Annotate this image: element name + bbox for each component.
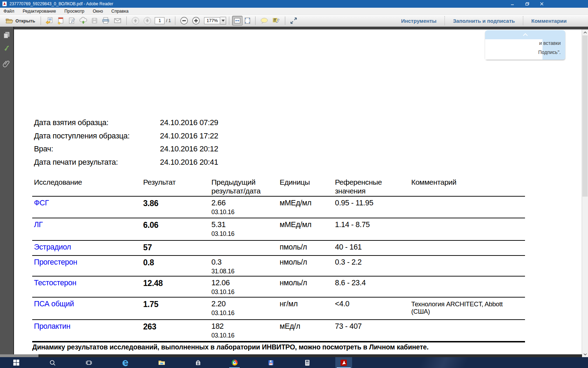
previous-result: 5.3103.10.16	[210, 218, 278, 240]
reference-range: 0.3 - 2.2	[333, 256, 410, 276]
previous-page-button[interactable]	[130, 16, 141, 25]
minimize-button[interactable]	[505, 0, 520, 8]
calculator-button[interactable]	[299, 357, 316, 368]
print-button[interactable]	[100, 16, 112, 25]
result-value: 12.48	[141, 277, 210, 297]
toolbar-separator	[229, 16, 229, 25]
test-name-link[interactable]: Тестостерон	[32, 277, 141, 297]
share-document-button[interactable]	[44, 16, 55, 25]
previous-value: 5.31	[211, 220, 276, 229]
dropdown-arrow-icon	[222, 20, 225, 22]
menu-item-4[interactable]: Справка	[107, 8, 133, 14]
create-pdf-button[interactable]	[55, 16, 66, 25]
table-header-cell: Комментарий	[410, 177, 525, 195]
next-page-button[interactable]	[141, 16, 153, 25]
meta-value: 24.10.2016 20:41	[160, 158, 218, 167]
test-name-link[interactable]: Эстрадиол	[32, 241, 141, 255]
previous-value: 2.20	[211, 300, 276, 308]
meta-value: 24.10.2016 17:22	[160, 131, 218, 141]
units-value: нмоль/л	[278, 277, 333, 297]
tooltip-collapse-button[interactable]	[485, 30, 565, 39]
store-button[interactable]	[190, 357, 206, 368]
highlight-text-icon	[272, 17, 280, 24]
chrome-button[interactable]	[226, 357, 243, 368]
fill-sign-button[interactable]	[66, 16, 77, 25]
toolbar-right-button-1[interactable]: Заполнить и подписать	[444, 16, 523, 25]
taskbar-search-button[interactable]	[44, 357, 61, 368]
reference-range: 0.95 - 11.95	[333, 197, 410, 218]
comment-value	[410, 197, 525, 218]
start-button[interactable]	[8, 357, 24, 368]
toolbar-right-button-0[interactable]: Инструменты	[393, 16, 444, 25]
previous-result: 12.0603.10.16	[210, 277, 278, 297]
test-name-link[interactable]: Прогестерон	[32, 256, 141, 276]
pdf-file-icon	[2, 1, 7, 6]
fill-sign-icon	[68, 17, 76, 25]
open-button[interactable]: Открыть	[3, 16, 38, 25]
maximize-button[interactable]	[520, 0, 534, 8]
comment-value	[410, 218, 525, 240]
floppy-app-button[interactable]	[262, 357, 279, 368]
menu-item-0[interactable]: Файл	[0, 8, 19, 14]
result-value: 0.8	[141, 256, 210, 276]
comment-value	[410, 277, 525, 297]
email-button[interactable]	[112, 16, 124, 25]
task-view-button[interactable]	[80, 357, 97, 368]
file-explorer-button[interactable]	[153, 357, 170, 368]
result-value: 3.86	[141, 197, 210, 218]
previous-date: 03.10.16	[211, 209, 276, 216]
signature-tooltip-popup: и вставки Подпись".	[485, 30, 565, 60]
export-arrow-icon[interactable]	[2, 45, 11, 53]
page-number-input[interactable]: 1	[155, 17, 164, 24]
fit-width-button[interactable]	[232, 16, 243, 26]
comment-button[interactable]	[258, 16, 270, 25]
previous-date: 03.10.16	[211, 309, 276, 317]
fullscreen-button[interactable]	[288, 16, 299, 25]
meta-row: Врач:24.10.2016 20:12	[34, 144, 218, 158]
toolbar-right-button-2[interactable]: Комментарии	[523, 16, 575, 25]
scroll-up-button[interactable]	[582, 29, 588, 35]
highlight-text-button[interactable]	[270, 16, 282, 25]
attachments-paperclip-icon[interactable]	[2, 60, 11, 68]
test-name-link[interactable]: ЛГ	[32, 218, 141, 240]
fit-page-button[interactable]	[243, 16, 252, 25]
menu-item-2[interactable]: Просмотр	[60, 8, 89, 14]
adobe-reader-taskbar-button[interactable]	[335, 357, 352, 368]
zoom-in-button[interactable]	[190, 16, 202, 25]
menu-item-1[interactable]: Редактирование	[19, 8, 60, 14]
zoom-level-input[interactable]: 177%	[204, 17, 220, 24]
vertical-scrollbar[interactable]	[582, 29, 588, 357]
previous-value: 2.66	[211, 199, 276, 207]
page-thumbnails-icon[interactable]	[2, 31, 11, 39]
result-value: 57	[141, 241, 210, 255]
table-row: Эстрадиол57пмоль/л40 - 161	[32, 241, 525, 256]
edge-button[interactable]	[117, 357, 134, 368]
table-header-cell: Результат	[141, 177, 210, 195]
open-button-label: Открыть	[15, 18, 35, 23]
meta-row: Дата взятия образца:24.10.2016 07:29	[34, 118, 218, 131]
test-name-link[interactable]: Пролактин	[32, 320, 141, 341]
reference-range: 73 - 407	[333, 320, 410, 341]
units-value: мМЕд/мл	[278, 218, 333, 240]
scroll-down-button[interactable]	[582, 351, 588, 357]
cloud-upload-button[interactable]	[77, 16, 89, 25]
scrollbar-thumb[interactable]	[582, 35, 588, 197]
save-button[interactable]	[89, 16, 100, 25]
zoom-dropdown-button[interactable]	[220, 17, 226, 25]
test-name-link[interactable]: ФСГ	[32, 197, 141, 218]
tooltip-text-fragment: и вставки	[539, 40, 561, 46]
toolbar-separator	[175, 16, 175, 25]
result-value: 1.75	[141, 298, 210, 319]
test-name-link[interactable]: ПСА общий	[32, 298, 141, 319]
reference-range: 40 - 161	[333, 241, 410, 255]
zoom-out-icon	[180, 16, 188, 25]
table-row: Тестостерон12.4812.0603.10.16нмоль/л8.6 …	[32, 277, 525, 298]
menu-item-3[interactable]: Окно	[89, 8, 107, 14]
zoom-out-button[interactable]	[178, 16, 190, 25]
create-pdf-icon	[57, 17, 64, 25]
previous-result: 2.6603.10.16	[210, 197, 278, 218]
result-value: 263	[141, 320, 210, 341]
page-total-label: / 1	[166, 18, 171, 23]
close-button[interactable]	[534, 0, 549, 8]
previous-date: 03.10.16	[211, 230, 276, 238]
